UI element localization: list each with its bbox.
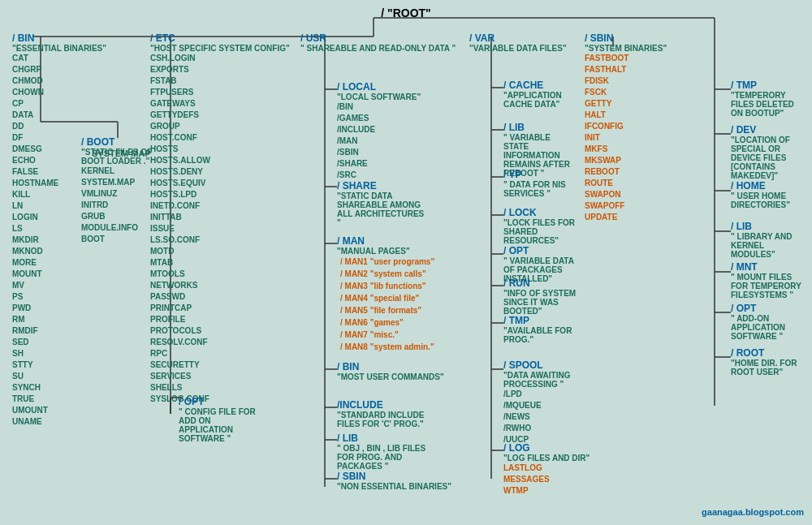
etc-file-item: PROTOCOLS [150,325,290,337]
var-cache-name: / CACHE [503,80,577,91]
bin-file-item: RMDIF [12,325,106,337]
bin-file-item: PWD [12,303,106,314]
boot-file-item: VMLINUZ [81,188,154,200]
usr-local-name: / LOCAL [337,81,421,93]
dev-section: / DEV "LOCATION OF SPECIAL OR DEVICE FIL… [731,124,804,180]
var-log-desc: "LOG FILES AND DIR" [503,454,590,463]
usr-man-subdir: / MAN8 "system admin." [340,341,434,353]
etc-opt-name: / OPT [179,396,260,407]
etc-file-item: HOSTS.DENY [150,166,290,178]
etc-file-item: HOSTS.EQUIV [150,178,290,189]
var-spool-subdir: /MQUEUE [503,400,577,411]
var-section: / VAR "VARIABLE DATA FILES" [469,32,567,53]
etc-file-item: HOST.CONF [150,132,290,144]
etc-file-item: HOSTS [150,144,290,155]
bin-file-item: CP [12,98,106,110]
usr-bin-name: / BIN [337,361,444,372]
usr-sbin-name: / SBIN [337,471,451,482]
root-dir-section: / ROOT "HOME DIR. FOR ROOT USER" [731,347,804,377]
usr-local-subdir: /SBIN [337,147,421,158]
sbin-file-item: MKSWAP [585,155,667,166]
etc-file-item: GETTYDEFS [150,110,290,121]
usr-man-subdir: / MAN7 "misc." [340,329,434,341]
bin-file-item: CHMOD [12,75,106,87]
usr-local-subdir: /SHARE [337,158,421,170]
var-spool-desc: "DATA AWAITING PROCESSING " [503,371,577,389]
usr-man-subdir: / MAN5 "file formats" [340,304,434,316]
tmp-dir-desc: "TEMPERORY FILES DELETED ON BOOTUP" [731,91,804,118]
home-section: / HOME " USER HOME DIRECTORIES" [731,180,804,209]
var-cache-desc: "APPLICATION CACHE DATA" [503,91,577,109]
sbin-file-item: FASTHALT [585,64,667,75]
usr-bin-desc: "MOST USER COMMANDS" [337,372,444,381]
bin-file-item: STTY [12,359,106,371]
sbin-files: FASTBOOTFASTHALTFDISKFSCKGETTYHALTIFCONF… [585,53,667,223]
usr-include-desc: "STANDARD INCLUDE FILES FOR 'C' PROG." [337,411,426,428]
sbin-file-item: FASTBOOT [585,53,667,64]
etc-files: CSH.LOGINEXPORTSFSTABFTPUSERSGATEWAYSGET… [150,53,290,405]
usr-local-subdir: /GAMES [337,113,421,124]
etc-opt-desc: " CONFIG FILE FOR ADD ON APPLICATION SOF… [179,407,260,443]
var-log-name: / LOG [503,442,590,454]
sbin-file-item: UPDATE [585,212,667,223]
mnt-section: / MNT " MOUNT FILES FOR TEMPERORY FILESY… [731,261,804,299]
boot-file-item: INITRD [81,200,154,211]
etc-dir-desc: "HOST SPECIFIC SYSTEM CONFIG" [150,44,290,53]
var-spool-subdirs: /LPD/MQUEUE/NEWS/RWHO/UUCP [503,389,577,445]
page-container: / "ROOT" / BIN "ESSENTIAL BINARIES" CATC… [0,0,812,525]
root-node: / "ROOT" [381,6,431,19]
usr-man-subdirs: / MAN1 "user programs"/ MAN2 "system cal… [337,256,434,353]
usr-man-name: / MAN [337,235,434,247]
bin-file-item: UMOUNT [12,405,106,416]
var-lib-name: / LIB [503,122,577,133]
boot-dir-name: / BOOT [81,136,154,148]
dev-dir-name: / DEV [731,124,804,136]
var-spool-subdir: /NEWS [503,411,577,423]
etc-file-item: INITTAB [150,212,290,223]
etc-file-item: GATEWAYS [150,98,290,110]
etc-file-item: RPC [150,348,290,359]
boot-file-item: KERNEL [81,166,154,177]
var-tmp-desc: "AVAILABLE FOR PROG." [503,326,577,344]
usr-dir-desc: " SHAREABLE AND READ-ONLY DATA " [300,44,456,53]
boot-file-item: SYSTEM.MAP [81,177,154,188]
tmp-dir-name: / TMP [731,80,804,91]
sysmap-label: SYSTEM MAP [92,148,151,158]
usr-share-desc: "STATIC DATA SHAREABLE AMONG ALL ARCHITE… [337,191,426,227]
etc-dir-name: / ETC [150,32,290,44]
sbin-file-item: GETTY [585,98,667,110]
lib-dir-name: / LIB [731,221,804,232]
sbin-file-item: SWAPOFF [585,200,667,212]
bin-file-item: UNAME [12,416,106,428]
var-cache-section: / CACHE "APPLICATION CACHE DATA" [503,80,577,109]
usr-man-desc: "MANUAL PAGES" [337,247,434,256]
root-dir-desc: "HOME DIR. FOR ROOT USER" [731,359,804,377]
etc-file-item: FTPUSERS [150,87,290,98]
etc-file-item: MTOOLS [150,269,290,280]
var-log-section: / LOG "LOG FILES AND DIR" LASTLOGMESSAGE… [503,442,590,497]
etc-file-item: GROUP [150,121,290,132]
usr-sbin-desc: "NON ESSENTIAL BINARIES" [337,482,451,491]
sbin-file-item: ROUTE [585,178,667,189]
mnt-dir-desc: " MOUNT FILES FOR TEMPERORY FILESYSTEMS … [731,273,804,299]
usr-bin-section: / BIN "MOST USER COMMANDS" [337,361,444,381]
sbin-file-item: IFCONFIG [585,121,667,132]
usr-man-section: / MAN "MANUAL PAGES" / MAN1 "user progra… [337,235,434,353]
bin-file-item: MV [12,280,106,291]
home-dir-desc: " USER HOME DIRECTORIES" [731,191,804,209]
usr-share-section: / SHARE "STATIC DATA SHAREABLE AMONG ALL… [337,180,426,227]
var-tmp-name: / TMP [503,315,577,326]
dev-dir-desc: "LOCATION OF SPECIAL OR DEVICE FILES [CO… [731,136,804,180]
bin-dir-desc: "ESSENTIAL BINARIES" [12,44,106,53]
opt-section: / OPT " ADD-ON APPLICATION SOFTWARE " [731,303,804,341]
var-lock-desc: "LOCK FILES FOR SHARED RESOURCES" [503,218,577,245]
var-tmp-section: / TMP "AVAILABLE FOR PROG." [503,315,577,344]
boot-files: KERNELSYSTEM.MAPVMLINUZINITRDGRUBMODULE.… [81,166,154,245]
usr-local-subdir: /SRC [337,170,421,181]
bin-file-item: CHGRP [12,64,106,75]
etc-file-item: PROFILE [150,314,290,325]
var-lock-section: / LOCK "LOCK FILES FOR SHARED RESOURCES" [503,207,577,245]
etc-file-item: EXPORTS [150,64,290,75]
bin-file-item: DD [12,121,106,132]
lib-section: / LIB " LIBRARY AND KERNEL MODULES" [731,221,804,259]
